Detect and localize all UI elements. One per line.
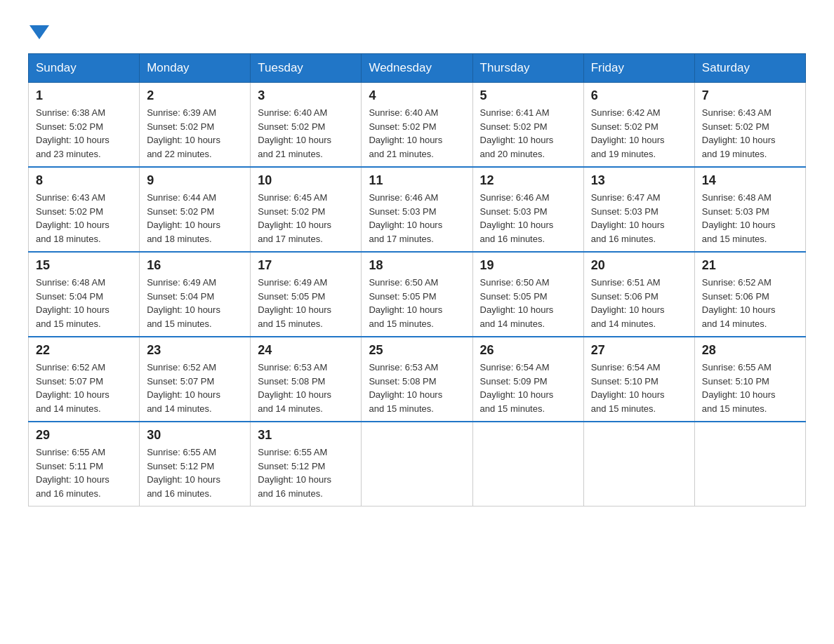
day-number: 24	[258, 343, 354, 358]
calendar-week-row: 22 Sunrise: 6:52 AM Sunset: 5:07 PM Dayl…	[29, 337, 806, 422]
day-number: 8	[36, 173, 132, 188]
day-info: Sunrise: 6:44 AM Sunset: 5:02 PM Dayligh…	[147, 191, 243, 246]
day-number: 21	[702, 258, 798, 273]
day-info: Sunrise: 6:53 AM Sunset: 5:08 PM Dayligh…	[258, 361, 354, 415]
weekday-header-tuesday: Tuesday	[251, 54, 362, 83]
calendar-cell: 17 Sunrise: 6:49 AM Sunset: 5:05 PM Dayl…	[251, 252, 362, 337]
calendar-cell: 28 Sunrise: 6:55 AM Sunset: 5:10 PM Dayl…	[694, 337, 805, 422]
day-info: Sunrise: 6:50 AM Sunset: 5:05 PM Dayligh…	[369, 276, 465, 330]
weekday-header-wednesday: Wednesday	[362, 54, 472, 83]
day-number: 29	[36, 428, 132, 443]
calendar-cell: 23 Sunrise: 6:52 AM Sunset: 5:07 PM Dayl…	[140, 337, 251, 422]
day-number: 7	[702, 88, 798, 103]
day-number: 11	[369, 173, 465, 188]
calendar-header-row: SundayMondayTuesdayWednesdayThursdayFrid…	[29, 54, 806, 83]
calendar-cell: 2 Sunrise: 6:39 AM Sunset: 5:02 PM Dayli…	[140, 83, 251, 168]
day-number: 3	[258, 88, 354, 103]
calendar-cell: 24 Sunrise: 6:53 AM Sunset: 5:08 PM Dayl…	[251, 337, 362, 422]
day-info: Sunrise: 6:43 AM Sunset: 5:02 PM Dayligh…	[36, 191, 132, 246]
weekday-header-friday: Friday	[583, 54, 694, 83]
day-number: 10	[258, 173, 354, 188]
calendar-cell: 5 Sunrise: 6:41 AM Sunset: 5:02 PM Dayli…	[472, 83, 583, 168]
day-info: Sunrise: 6:53 AM Sunset: 5:08 PM Dayligh…	[369, 361, 465, 415]
day-number: 28	[702, 343, 798, 358]
page-header	[28, 21, 806, 39]
calendar-cell: 12 Sunrise: 6:46 AM Sunset: 5:03 PM Dayl…	[472, 167, 583, 252]
day-number: 1	[36, 88, 132, 103]
day-info: Sunrise: 6:49 AM Sunset: 5:05 PM Dayligh…	[258, 276, 354, 330]
day-number: 14	[702, 173, 798, 188]
day-info: Sunrise: 6:47 AM Sunset: 5:03 PM Dayligh…	[591, 191, 687, 246]
day-number: 23	[147, 343, 243, 358]
calendar-table: SundayMondayTuesdayWednesdayThursdayFrid…	[28, 53, 806, 507]
day-info: Sunrise: 6:46 AM Sunset: 5:03 PM Dayligh…	[480, 191, 576, 246]
day-number: 17	[258, 258, 354, 273]
day-number: 20	[591, 258, 687, 273]
day-info: Sunrise: 6:52 AM Sunset: 5:07 PM Dayligh…	[36, 361, 132, 415]
calendar-cell: 20 Sunrise: 6:51 AM Sunset: 5:06 PM Dayl…	[583, 252, 694, 337]
calendar-cell: 7 Sunrise: 6:43 AM Sunset: 5:02 PM Dayli…	[694, 83, 805, 168]
day-number: 5	[480, 88, 576, 103]
calendar-cell: 15 Sunrise: 6:48 AM Sunset: 5:04 PM Dayl…	[29, 252, 140, 337]
calendar-cell: 22 Sunrise: 6:52 AM Sunset: 5:07 PM Dayl…	[29, 337, 140, 422]
day-info: Sunrise: 6:54 AM Sunset: 5:09 PM Dayligh…	[480, 361, 576, 415]
day-number: 16	[147, 258, 243, 273]
calendar-cell: 3 Sunrise: 6:40 AM Sunset: 5:02 PM Dayli…	[251, 83, 362, 168]
calendar-cell: 10 Sunrise: 6:45 AM Sunset: 5:02 PM Dayl…	[251, 167, 362, 252]
weekday-header-saturday: Saturday	[694, 54, 805, 83]
weekday-header-sunday: Sunday	[29, 54, 140, 83]
day-info: Sunrise: 6:40 AM Sunset: 5:02 PM Dayligh…	[258, 106, 354, 161]
calendar-cell: 8 Sunrise: 6:43 AM Sunset: 5:02 PM Dayli…	[29, 167, 140, 252]
day-number: 9	[147, 173, 243, 188]
day-number: 13	[591, 173, 687, 188]
day-info: Sunrise: 6:52 AM Sunset: 5:06 PM Dayligh…	[702, 276, 798, 330]
day-number: 6	[591, 88, 687, 103]
weekday-header-monday: Monday	[140, 54, 251, 83]
day-number: 4	[369, 88, 465, 103]
day-info: Sunrise: 6:43 AM Sunset: 5:02 PM Dayligh…	[702, 106, 798, 161]
calendar-cell	[362, 422, 472, 507]
calendar-cell: 1 Sunrise: 6:38 AM Sunset: 5:02 PM Dayli…	[29, 83, 140, 168]
calendar-week-row: 1 Sunrise: 6:38 AM Sunset: 5:02 PM Dayli…	[29, 83, 806, 168]
day-number: 18	[369, 258, 465, 273]
calendar-cell: 6 Sunrise: 6:42 AM Sunset: 5:02 PM Dayli…	[583, 83, 694, 168]
day-number: 30	[147, 428, 243, 443]
day-info: Sunrise: 6:55 AM Sunset: 5:12 PM Dayligh…	[258, 445, 354, 500]
calendar-cell: 26 Sunrise: 6:54 AM Sunset: 5:09 PM Dayl…	[472, 337, 583, 422]
day-info: Sunrise: 6:54 AM Sunset: 5:10 PM Dayligh…	[591, 361, 687, 415]
day-number: 19	[480, 258, 576, 273]
calendar-cell: 14 Sunrise: 6:48 AM Sunset: 5:03 PM Dayl…	[694, 167, 805, 252]
day-number: 25	[369, 343, 465, 358]
calendar-cell: 4 Sunrise: 6:40 AM Sunset: 5:02 PM Dayli…	[362, 83, 472, 168]
calendar-cell: 27 Sunrise: 6:54 AM Sunset: 5:10 PM Dayl…	[583, 337, 694, 422]
calendar-cell: 21 Sunrise: 6:52 AM Sunset: 5:06 PM Dayl…	[694, 252, 805, 337]
logo-triangle-icon	[29, 25, 49, 39]
day-info: Sunrise: 6:50 AM Sunset: 5:05 PM Dayligh…	[480, 276, 576, 330]
day-info: Sunrise: 6:48 AM Sunset: 5:04 PM Dayligh…	[36, 276, 132, 330]
day-info: Sunrise: 6:42 AM Sunset: 5:02 PM Dayligh…	[591, 106, 687, 161]
day-info: Sunrise: 6:49 AM Sunset: 5:04 PM Dayligh…	[147, 276, 243, 330]
day-number: 22	[36, 343, 132, 358]
calendar-cell: 13 Sunrise: 6:47 AM Sunset: 5:03 PM Dayl…	[583, 167, 694, 252]
calendar-week-row: 8 Sunrise: 6:43 AM Sunset: 5:02 PM Dayli…	[29, 167, 806, 252]
calendar-cell: 25 Sunrise: 6:53 AM Sunset: 5:08 PM Dayl…	[362, 337, 472, 422]
calendar-cell: 11 Sunrise: 6:46 AM Sunset: 5:03 PM Dayl…	[362, 167, 472, 252]
day-number: 12	[480, 173, 576, 188]
day-info: Sunrise: 6:45 AM Sunset: 5:02 PM Dayligh…	[258, 191, 354, 246]
day-number: 31	[258, 428, 354, 443]
day-info: Sunrise: 6:55 AM Sunset: 5:10 PM Dayligh…	[702, 361, 798, 415]
day-info: Sunrise: 6:48 AM Sunset: 5:03 PM Dayligh…	[702, 191, 798, 246]
calendar-week-row: 29 Sunrise: 6:55 AM Sunset: 5:11 PM Dayl…	[29, 422, 806, 507]
calendar-cell: 29 Sunrise: 6:55 AM Sunset: 5:11 PM Dayl…	[29, 422, 140, 507]
logo	[28, 21, 49, 39]
calendar-cell: 9 Sunrise: 6:44 AM Sunset: 5:02 PM Dayli…	[140, 167, 251, 252]
day-number: 26	[480, 343, 576, 358]
calendar-cell	[694, 422, 805, 507]
calendar-cell: 30 Sunrise: 6:55 AM Sunset: 5:12 PM Dayl…	[140, 422, 251, 507]
day-info: Sunrise: 6:55 AM Sunset: 5:12 PM Dayligh…	[147, 445, 243, 500]
calendar-week-row: 15 Sunrise: 6:48 AM Sunset: 5:04 PM Dayl…	[29, 252, 806, 337]
weekday-header-thursday: Thursday	[472, 54, 583, 83]
day-info: Sunrise: 6:46 AM Sunset: 5:03 PM Dayligh…	[369, 191, 465, 246]
calendar-cell: 18 Sunrise: 6:50 AM Sunset: 5:05 PM Dayl…	[362, 252, 472, 337]
day-info: Sunrise: 6:52 AM Sunset: 5:07 PM Dayligh…	[147, 361, 243, 415]
